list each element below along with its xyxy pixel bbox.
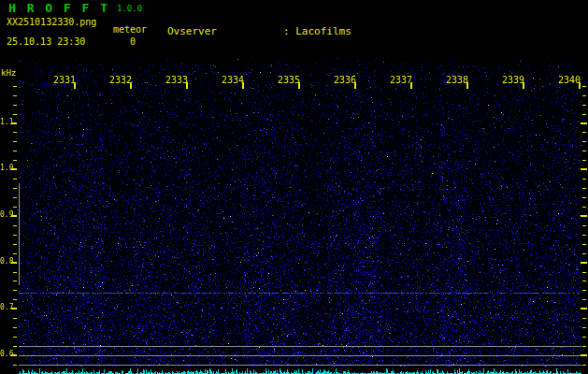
freq-tick-left	[13, 132, 17, 133]
freq-tick-right	[582, 318, 586, 319]
freq-tick-left	[13, 188, 17, 189]
hrofft-window: H R O F F T 1.0.0 XX2510132330.png meteo…	[0, 0, 588, 374]
freq-tick-right	[582, 235, 586, 236]
freq-label: 0.6	[0, 351, 12, 358]
freq-tick-right	[581, 215, 587, 217]
freq-tick-right	[581, 122, 587, 124]
freq-tick-right	[582, 132, 586, 133]
freq-tick-right	[582, 95, 586, 96]
freq-tick-left	[13, 244, 17, 245]
freq-tick-right	[582, 365, 586, 366]
freq-tick-left	[13, 207, 17, 208]
freq-tick-right	[582, 280, 586, 281]
freq-tick-right	[582, 141, 586, 142]
time-label: 2332	[108, 76, 133, 85]
datetime-label: 25.10.13 23:30	[7, 37, 85, 47]
freq-tick-left	[13, 280, 17, 281]
freq-tick-right	[582, 188, 586, 189]
freq-tick-left	[13, 225, 17, 226]
spectrogram-canvas	[19, 58, 581, 367]
freq-tick-left	[13, 235, 17, 236]
freq-tick-right	[582, 105, 586, 106]
freq-tick-right	[582, 299, 586, 300]
freq-tick-left	[13, 272, 17, 273]
app-version: 1.0.0	[117, 5, 142, 13]
time-label: 2331	[52, 76, 77, 85]
freq-label: 0.9	[0, 211, 12, 219]
freq-label: 0.7	[0, 304, 12, 311]
freq-tick-right	[581, 308, 587, 309]
freq-tick-right	[582, 160, 586, 161]
freq-tick-left	[13, 197, 17, 198]
info-row-observer: Ovserver: Lacofilms	[167, 26, 438, 37]
freq-tick-left	[13, 318, 17, 319]
info-value: Lacofilms	[295, 25, 351, 37]
time-label: 2333	[165, 76, 189, 85]
freq-tick-right	[582, 197, 586, 198]
freq-tick-right	[581, 262, 587, 264]
freq-tick-left	[13, 253, 17, 254]
freq-tick-right	[582, 290, 586, 291]
freq-tick-right	[581, 354, 587, 356]
freq-tick-right	[582, 244, 586, 245]
time-label: 2339	[501, 76, 525, 85]
freq-tick-right	[582, 253, 586, 254]
time-label: 2340	[557, 76, 581, 85]
freq-tick-left	[13, 299, 17, 300]
freq-tick-right	[582, 86, 586, 87]
freq-tick-left	[13, 86, 17, 87]
time-label: 2336	[333, 76, 357, 85]
freq-label: 1.1	[0, 119, 12, 126]
time-label: 2335	[277, 76, 301, 85]
freq-tick-left	[13, 141, 17, 142]
freq-tick-right	[582, 151, 586, 151]
freq-tick-left	[13, 365, 17, 366]
freq-tick-left	[13, 160, 17, 161]
freq-tick-right	[582, 114, 586, 115]
freq-tick-left	[13, 179, 17, 180]
time-label: 2338	[445, 76, 469, 85]
freq-tick-right	[582, 179, 586, 180]
freq-label: 1.0	[0, 165, 12, 172]
freq-tick-left	[13, 105, 17, 106]
freq-tick-right	[582, 337, 586, 338]
freq-tick-right	[582, 207, 586, 208]
app-title: H R O F F T	[8, 2, 109, 14]
freq-tick-left	[13, 290, 17, 291]
freq-tick-left	[13, 151, 17, 151]
info-colon: :	[283, 25, 290, 37]
freq-tick-right	[581, 168, 587, 170]
freq-unit-label: kHz	[1, 69, 16, 78]
freq-label: 0.8	[0, 258, 12, 266]
freq-tick-left	[13, 337, 17, 338]
meteor-count: 0	[130, 37, 136, 47]
time-label: 2337	[389, 76, 413, 85]
signal-level-canvas	[19, 367, 581, 374]
info-label: Ovserver	[167, 26, 283, 37]
output-filename: XX2510132330.png	[7, 18, 96, 27]
freq-tick-left	[13, 327, 17, 328]
freq-tick-right	[582, 225, 586, 226]
freq-tick-left	[13, 95, 17, 96]
freq-tick-left	[13, 114, 17, 115]
freq-tick-right	[582, 272, 586, 273]
freq-tick-right	[582, 327, 586, 328]
freq-tick-right	[582, 346, 586, 347]
freq-tick-left	[13, 346, 17, 347]
time-label: 2334	[221, 76, 245, 85]
mode-label: meteor	[113, 25, 147, 35]
